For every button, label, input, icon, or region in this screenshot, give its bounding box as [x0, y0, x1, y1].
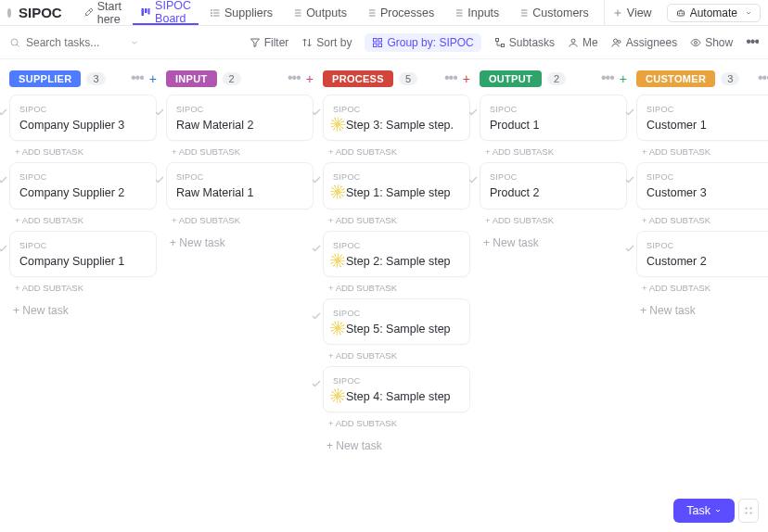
add-subtask-button[interactable]: + ADD SUBTASK: [323, 215, 470, 225]
subtasks-button[interactable]: Subtasks: [494, 36, 555, 49]
tab-start-here[interactable]: Start here: [75, 0, 129, 25]
new-task-button[interactable]: + New task: [480, 231, 627, 255]
group-by-button[interactable]: Group by: SIPOC: [365, 33, 480, 52]
card[interactable]: SIPOCCompany Supplier 1: [9, 231, 157, 277]
ellipsis-icon: •••: [746, 38, 759, 47]
column-menu-icon[interactable]: •••: [601, 74, 614, 83]
new-task-button[interactable]: + New task: [323, 434, 470, 458]
add-subtask-button[interactable]: + ADD SUBTASK: [166, 146, 314, 157]
assignees-button[interactable]: Assignees: [611, 36, 677, 49]
card[interactable]: SIPOCStep 2: Sample step: [323, 231, 470, 277]
record-button[interactable]: [738, 499, 759, 523]
add-subtask-button[interactable]: + ADD SUBTASK: [9, 146, 157, 157]
add-subtask-button[interactable]: + ADD SUBTASK: [166, 215, 314, 225]
tab-inputs[interactable]: Inputs: [445, 0, 506, 25]
tab-processes[interactable]: Processes: [358, 0, 442, 25]
add-subtask-button[interactable]: + ADD SUBTASK: [480, 146, 627, 157]
check-icon[interactable]: [467, 107, 479, 118]
svg-point-43: [571, 39, 575, 43]
add-subtask-button[interactable]: + ADD SUBTASK: [636, 283, 768, 293]
card-category: SIPOC: [646, 105, 768, 114]
card[interactable]: SIPOCRaw Material 2: [166, 95, 314, 141]
add-subtask-button[interactable]: + ADD SUBTASK: [323, 418, 470, 428]
add-subtask-button[interactable]: + ADD SUBTASK: [636, 215, 768, 225]
check-icon[interactable]: [624, 107, 635, 118]
column-badge[interactable]: INPUT: [166, 70, 217, 87]
card[interactable]: SIPOCStep 4: Sample step: [323, 366, 470, 412]
add-card-icon[interactable]: +: [306, 71, 314, 86]
card[interactable]: SIPOCCustomer 3: [636, 162, 768, 209]
column-menu-icon[interactable]: •••: [288, 74, 301, 83]
add-subtask-button[interactable]: + ADD SUBTASK: [9, 215, 157, 225]
check-icon[interactable]: [311, 310, 322, 322]
share-button[interactable]: Share: [764, 6, 768, 19]
search-box[interactable]: [9, 36, 139, 49]
check-icon[interactable]: [467, 174, 479, 185]
new-task-button[interactable]: + New task: [9, 298, 157, 323]
filter-button[interactable]: Filter: [250, 36, 289, 49]
card[interactable]: SIPOCStep 5: Sample step: [323, 298, 470, 345]
column-badge[interactable]: OUTPUT: [480, 70, 542, 87]
sort-button[interactable]: Sort by: [301, 36, 352, 49]
add-subtask-button[interactable]: + ADD SUBTASK: [323, 350, 470, 361]
check-icon[interactable]: [0, 243, 8, 254]
card[interactable]: SIPOCRaw Material 1: [166, 162, 314, 209]
show-button[interactable]: Show: [690, 36, 733, 49]
svg-rect-0: [142, 8, 145, 16]
svg-rect-1: [145, 8, 147, 13]
me-button[interactable]: Me: [568, 36, 598, 49]
add-subtask-button[interactable]: + ADD SUBTASK: [323, 283, 470, 293]
card-title: Product 2: [490, 185, 540, 200]
card[interactable]: SIPOCCompany Supplier 3: [9, 95, 157, 141]
tab-sipoc-board[interactable]: SIPOC Board: [133, 0, 198, 25]
check-icon[interactable]: [624, 243, 635, 254]
new-task-fab[interactable]: Task: [673, 499, 735, 523]
tab-customers[interactable]: Customers: [510, 0, 595, 25]
column-badge[interactable]: SUPPLIER: [9, 70, 81, 87]
chevron-down-icon[interactable]: [130, 38, 139, 47]
card-title: Customer 2: [646, 254, 707, 269]
check-icon[interactable]: [0, 107, 8, 118]
add-card-icon[interactable]: +: [463, 71, 470, 86]
check-icon[interactable]: [154, 107, 165, 118]
card[interactable]: SIPOCCompany Supplier 2: [9, 162, 157, 209]
column-menu-icon[interactable]: •••: [444, 74, 457, 83]
card[interactable]: SIPOCProduct 2: [480, 162, 627, 209]
automate-button[interactable]: Automate: [667, 4, 761, 22]
search-input[interactable]: [26, 36, 109, 49]
check-icon[interactable]: [154, 174, 165, 185]
add-card-icon[interactable]: +: [149, 71, 157, 86]
list-icon: [365, 7, 377, 19]
new-task-button[interactable]: + New task: [636, 298, 768, 323]
card[interactable]: SIPOCStep 3: Sample step.: [323, 95, 470, 141]
check-icon[interactable]: [0, 174, 8, 185]
column-badge[interactable]: PROCESS: [323, 70, 393, 87]
column-menu-icon[interactable]: •••: [758, 74, 768, 83]
check-icon[interactable]: [311, 243, 322, 254]
card[interactable]: SIPOCCustomer 2: [636, 231, 768, 277]
check-icon[interactable]: [311, 107, 322, 118]
card[interactable]: SIPOCCustomer 1: [636, 95, 768, 141]
column-input: INPUT2•••+SIPOCRaw Material 2+ ADD SUBTA…: [166, 69, 314, 255]
tab-suppliers[interactable]: Suppliers: [202, 0, 280, 25]
check-icon[interactable]: [311, 174, 322, 185]
new-task-button[interactable]: + New task: [166, 231, 314, 255]
add-subtask-button[interactable]: + ADD SUBTASK: [480, 215, 627, 225]
sun-icon: [333, 391, 342, 400]
check-icon[interactable]: [624, 174, 635, 185]
tab-label: Customers: [532, 6, 588, 19]
add-subtask-button[interactable]: + ADD SUBTASK: [9, 283, 157, 293]
column-badge[interactable]: CUSTOMER: [636, 70, 715, 87]
column-count: 3: [721, 72, 739, 85]
column-menu-icon[interactable]: •••: [131, 74, 144, 83]
add-card-icon[interactable]: +: [620, 71, 627, 86]
tab-add-view[interactable]: View: [604, 0, 659, 25]
tab-outputs[interactable]: Outputs: [284, 0, 354, 25]
more-button[interactable]: •••: [746, 38, 759, 47]
filter-icon: [250, 37, 261, 48]
card[interactable]: SIPOCStep 1: Sample step: [323, 162, 470, 209]
check-icon[interactable]: [311, 378, 322, 389]
add-subtask-button[interactable]: + ADD SUBTASK: [323, 146, 470, 157]
add-subtask-button[interactable]: + ADD SUBTASK: [636, 146, 768, 157]
card[interactable]: SIPOCProduct 1: [480, 95, 627, 141]
